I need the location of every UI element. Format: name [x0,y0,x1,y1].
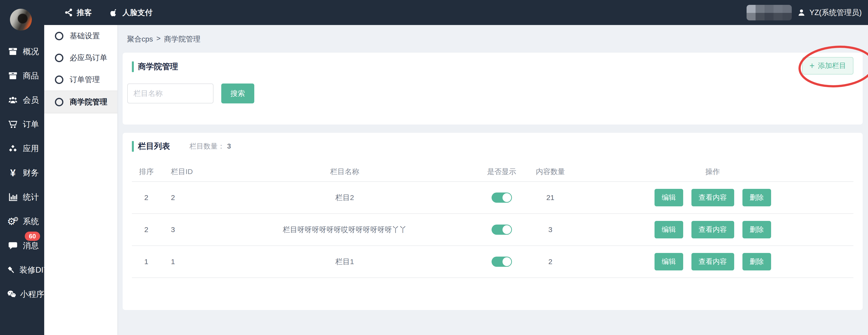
topbar-tab-face-pay[interactable]: 人脸支付 [110,7,153,18]
add-column-label: 添加栏目 [818,61,846,71]
edit-button[interactable]: 编辑 [654,221,683,238]
visible-toggle[interactable] [492,193,512,203]
cell-sort: 2 [132,194,161,202]
sidebar-item-finance[interactable]: ¥ 财务 [0,161,44,185]
sidebar-item-mini-program[interactable]: 小程序 [0,282,44,306]
submenu-item-bingbird-orders[interactable]: 必应鸟订单 [44,47,117,69]
view-content-button[interactable]: 查看内容 [691,253,734,270]
bar-chart-icon [6,192,20,202]
sidebar-nav: 概况 商品 会员 订单 [0,39,44,306]
sidebar-item-label: 小程序 [20,289,44,300]
sidebar-item-decorate-diy[interactable]: 装修DIY [0,258,44,282]
topbar-right: YZ(系统管理员) [747,5,862,21]
section-accent-bar [132,61,134,72]
manage-panel-head: 商学院管理 [123,53,863,72]
search-row: 搜索 [127,83,254,103]
sidebar-item-label: 应用 [23,143,39,154]
cell-sort: 2 [132,226,161,234]
sidebar-item-products[interactable]: 商品 [0,64,44,88]
sidebar-item-label: 统计 [23,192,39,203]
submenu-item-business-school[interactable]: 商学院管理 [44,91,117,113]
sidebar-item-statistics[interactable]: 统计 [0,185,44,209]
view-content-button[interactable]: 查看内容 [691,221,734,238]
column-name-input[interactable] [127,83,214,103]
visible-toggle[interactable] [492,257,512,267]
cell-visible [474,193,529,203]
topbar: 推客 人脸支付 YZ(系统管理员) [44,0,868,25]
user-icon [797,8,806,17]
radio-circle-icon [55,75,63,84]
column-list-panel: 栏目列表 栏目数量： 3 排序 栏目ID 栏目名称 是否显示 内容数量 操作 2… [123,133,863,310]
delete-button[interactable]: 删除 [742,253,771,270]
header-content-count: 内容数量 [529,167,572,177]
view-content-button[interactable]: 查看内容 [691,189,734,206]
sidebar-item-messages[interactable]: 消息 60 [0,234,44,258]
sidebar-item-label: 财务 [23,168,39,178]
breadcrumb: 聚合cps > 商学院管理 [117,25,868,44]
cell-content-count: 21 [529,194,572,202]
sidebar-item-label: 消息 [23,240,39,251]
sidebar-item-members[interactable]: 会员 [0,88,44,112]
cell-sort: 1 [132,258,161,266]
search-button[interactable]: 搜索 [221,83,254,103]
sidebar-item-system[interactable]: ⚙⚙ 系统 [0,209,44,234]
archive-box-icon [6,46,20,56]
avatar[interactable] [10,9,32,31]
sidebar-item-overview[interactable]: 概况 [0,39,44,64]
visible-toggle[interactable] [492,225,512,235]
topbar-tab-label: 推客 [77,7,92,18]
sidebar-item-label: 订单 [23,119,39,130]
edit-button[interactable]: 编辑 [654,189,683,206]
cell-visible [474,225,529,235]
gavel-icon [6,265,16,275]
wechat-icon [6,289,17,299]
column-list-title: 栏目列表 [138,141,170,152]
breadcrumb-separator: > [156,34,161,44]
delete-button[interactable]: 删除 [742,221,771,238]
submenu-item-basic-settings[interactable]: 基础设置 [44,25,117,47]
header-column-id: 栏目ID [161,167,215,177]
radio-circle-icon [55,54,63,62]
breadcrumb-current: 商学院管理 [164,34,200,44]
gears-icon: ⚙⚙ [6,216,20,226]
table-row: 2 2 栏目2 21 编辑 查看内容 删除 [132,182,854,214]
user-menu[interactable]: YZ(系统管理员) [797,7,862,18]
submenu-item-order-management[interactable]: 订单管理 [44,69,117,91]
table-row: 1 1 栏目1 2 编辑 查看内容 删除 [132,246,854,278]
cell-content-count: 3 [529,226,572,234]
add-column-button[interactable]: + 添加栏目 [802,57,854,74]
cell-column-name: 栏目1 [215,257,475,267]
submenu: 基础设置 必应鸟订单 订单管理 商学院管理 [44,25,117,335]
topbar-tab-tuike[interactable]: 推客 [64,7,92,18]
table-row: 2 3 栏目呀呀呀呀呀呀哎呀呀呀呀呀呀丫丫 3 编辑 查看内容 删除 [132,214,854,246]
cell-content-count: 2 [529,258,572,266]
sidebar-item-label: 商品 [23,70,39,81]
sidebar-item-label: 会员 [23,95,39,106]
sidebar-item-label: 概况 [23,46,39,57]
message-icon [6,241,20,250]
app-root: 推客 人脸支付 YZ(系统管理员) 概况 [0,0,868,335]
cell-actions: 编辑 查看内容 删除 [572,189,854,206]
plus-icon: + [809,61,814,70]
share-icon [64,8,73,17]
header-visible: 是否显示 [474,167,529,177]
user-label: YZ(系统管理员) [809,7,862,18]
cell-actions: 编辑 查看内容 删除 [572,253,854,270]
cell-column-id: 2 [161,194,215,202]
edit-button[interactable]: 编辑 [654,253,683,270]
breadcrumb-parent[interactable]: 聚合cps [127,34,153,44]
section-accent-bar [132,141,134,152]
delete-button[interactable]: 删除 [742,189,771,206]
users-icon [6,95,20,105]
column-count-value: 3 [227,142,231,150]
sidebar-item-orders[interactable]: 订单 [0,112,44,136]
manage-panel: 商学院管理 搜索 + 添加栏目 [123,53,863,125]
radio-circle-icon [55,98,63,106]
sidebar-item-apps[interactable]: 应用 [0,136,44,161]
cell-column-name: 栏目呀呀呀呀呀呀哎呀呀呀呀呀呀丫丫 [215,225,475,235]
header-sort: 排序 [132,167,161,177]
cart-icon [6,120,20,129]
column-table: 排序 栏目ID 栏目名称 是否显示 内容数量 操作 2 2 栏目2 21 编辑 … [132,162,854,278]
topbar-tabs: 推客 人脸支付 [64,7,153,18]
cell-column-id: 1 [161,258,215,266]
